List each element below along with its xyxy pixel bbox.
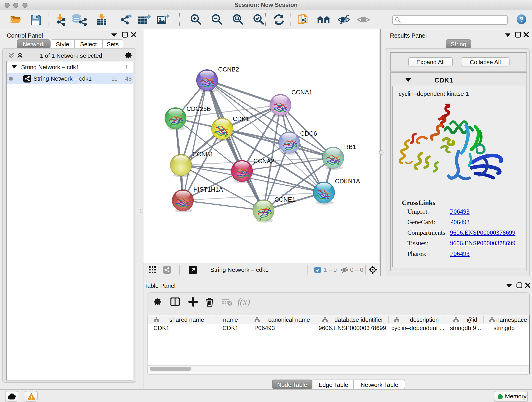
svg-text:CCNB2: CCNB2 [218,66,239,73]
svg-text:?: ? [519,16,524,23]
svg-text:CDKN1A: CDKN1A [335,178,360,185]
svg-text:RB1: RB1 [344,143,356,150]
svg-text:HIST1H1A: HIST1H1A [193,186,223,193]
svg-text:CCNA1: CCNA1 [291,89,312,96]
svg-text:CDC6: CDC6 [300,130,317,137]
svg-text:CDC25B: CDC25B [186,105,211,112]
svg-text:CDK1: CDK1 [233,115,249,122]
svg-text:CCNA2: CCNA2 [253,158,274,165]
svg-text:CCNB1: CCNB1 [192,151,214,158]
svg-text:CCNE1: CCNE1 [274,196,296,203]
